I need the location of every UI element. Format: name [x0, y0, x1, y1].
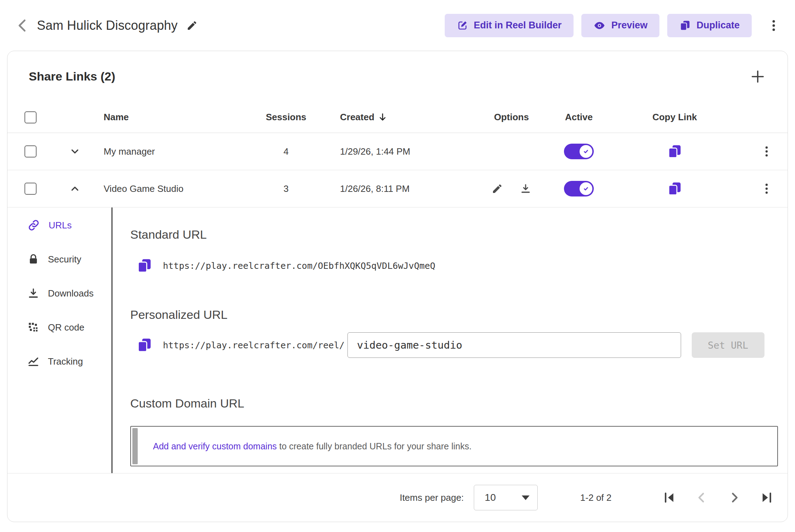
row-checkbox[interactable] — [24, 145, 37, 157]
toggle-check-icon — [580, 145, 592, 158]
expand-row-button[interactable] — [66, 142, 84, 161]
edit-in-reel-builder-label: Edit in Reel Builder — [474, 20, 562, 31]
share-link-detail: URLs Security Downloads QR code — [7, 207, 788, 473]
tab-urls-label: URLs — [49, 220, 72, 231]
tab-qr-code[interactable]: QR code — [7, 310, 111, 344]
tab-tracking-label: Tracking — [48, 356, 83, 367]
personalized-url-input[interactable] — [347, 332, 681, 358]
eye-icon — [593, 20, 605, 32]
copy-icon — [667, 144, 682, 159]
chevron-left-icon — [694, 490, 709, 505]
tab-security-label: Security — [48, 254, 81, 265]
share-link-created: 1/26/26, 8:11 PM — [313, 183, 469, 194]
share-links-header: Share Links (2) — [7, 51, 788, 102]
duplicate-button[interactable]: Duplicate — [667, 14, 752, 37]
row-more-menu-button[interactable] — [757, 142, 776, 161]
column-header-active: Active — [554, 112, 604, 123]
lock-icon — [27, 253, 39, 265]
download-icon — [27, 287, 39, 299]
first-page-button[interactable] — [658, 486, 680, 509]
items-per-page-value: 10 — [485, 492, 496, 503]
custom-domain-notice-text: to create fully branded URLs for your sh… — [277, 441, 472, 451]
pencil-icon — [492, 183, 503, 194]
copy-personalized-url-button[interactable] — [135, 336, 154, 354]
chevron-left-icon — [15, 18, 31, 33]
pagination-range: 1-2 of 2 — [580, 492, 612, 503]
share-link-row: Video Game Studio 3 1/26/26, 8:11 PM — [7, 170, 788, 207]
row-checkbox[interactable] — [24, 183, 37, 195]
add-share-link-button[interactable] — [748, 67, 768, 87]
back-button[interactable] — [14, 17, 31, 34]
plus-icon — [750, 68, 766, 85]
column-header-created[interactable]: Created — [313, 112, 469, 123]
copy-link-button[interactable] — [665, 142, 684, 161]
duplicate-label: Duplicate — [696, 20, 740, 31]
share-links-title: Share Links (2) — [29, 70, 115, 83]
header-more-menu-button[interactable] — [765, 17, 782, 34]
kebab-menu-icon — [767, 18, 781, 33]
edit-in-reel-builder-button[interactable]: Edit in Reel Builder — [445, 14, 574, 37]
tab-security[interactable]: Security — [7, 242, 111, 276]
personalized-url-prefix: https://play.reelcrafter.com/reel/ — [163, 340, 345, 350]
edit-square-icon — [457, 20, 468, 31]
select-all-checkbox[interactable] — [24, 111, 37, 123]
first-page-icon — [662, 490, 676, 505]
download-option-button[interactable] — [516, 179, 535, 198]
kebab-menu-icon — [760, 182, 773, 195]
chevron-down-icon — [69, 146, 81, 157]
tab-downloads-label: Downloads — [48, 288, 94, 299]
edit-title-button[interactable] — [184, 18, 200, 33]
add-custom-domains-link[interactable]: Add and verify custom domains — [153, 441, 277, 451]
row-more-menu-button[interactable] — [757, 179, 776, 198]
tab-tracking[interactable]: Tracking — [7, 344, 111, 378]
chart-line-icon — [27, 355, 39, 367]
copy-link-button[interactable] — [665, 179, 684, 198]
personalized-url-heading: Personalized URL — [130, 307, 788, 322]
last-page-button[interactable] — [756, 486, 778, 509]
standard-url-heading: Standard URL — [130, 227, 788, 242]
link-icon — [27, 219, 40, 232]
active-toggle[interactable] — [564, 181, 594, 196]
pencil-icon — [186, 20, 198, 31]
set-url-button[interactable]: Set URL — [692, 332, 764, 358]
share-link-row: My manager 4 1/29/26, 1:44 PM — [7, 133, 788, 170]
copy-standard-url-button[interactable] — [135, 256, 154, 275]
column-header-copy-link: Copy Link — [604, 112, 746, 123]
preview-button[interactable]: Preview — [581, 14, 659, 37]
standard-url-value: https://play.reelcrafter.com/OEbfhXQKQ5q… — [163, 261, 435, 271]
top-bar: Sam Hulick Discography Edit in Reel Buil… — [0, 0, 795, 51]
chevron-up-icon — [69, 183, 81, 194]
share-links-panel: Share Links (2) Name Sessions Created Op… — [7, 51, 788, 522]
column-header-name: Name — [96, 112, 259, 123]
download-icon — [520, 183, 531, 194]
collapse-row-button[interactable] — [66, 179, 84, 198]
tab-qr-code-label: QR code — [48, 322, 84, 333]
created-label: Created — [340, 112, 374, 123]
table-footer: Items per page: 10 1-2 of 2 — [7, 473, 788, 522]
sort-arrow-down-icon — [377, 112, 388, 123]
urls-tab-content: Standard URL https://play.reelcrafter.co… — [113, 207, 788, 473]
tab-urls[interactable]: URLs — [7, 208, 111, 242]
share-link-name: Video Game Studio — [96, 183, 259, 194]
chevron-right-icon — [727, 490, 742, 505]
tab-downloads[interactable]: Downloads — [7, 276, 111, 310]
next-page-button[interactable] — [723, 486, 746, 509]
items-per-page-label: Items per page: — [400, 492, 464, 503]
copy-icon — [667, 181, 682, 196]
share-link-sessions: 3 — [259, 183, 313, 194]
share-link-sessions: 4 — [259, 146, 313, 157]
detail-tabs: URLs Security Downloads QR code — [7, 207, 113, 473]
active-toggle[interactable] — [564, 144, 594, 159]
table-header-row: Name Sessions Created Options Active Cop… — [7, 102, 788, 133]
kebab-menu-icon — [760, 145, 773, 158]
pagination-controls — [658, 486, 778, 509]
edit-option-button[interactable] — [488, 179, 506, 198]
items-per-page-select[interactable]: 10 — [474, 485, 538, 510]
share-link-name: My manager — [96, 146, 259, 157]
header-actions: Edit in Reel Builder Preview Duplicate — [445, 14, 782, 37]
toggle-check-icon — [580, 182, 592, 195]
previous-page-button[interactable] — [690, 486, 713, 509]
preview-label: Preview — [611, 20, 647, 31]
column-header-options: Options — [469, 112, 554, 123]
last-page-icon — [760, 490, 774, 505]
